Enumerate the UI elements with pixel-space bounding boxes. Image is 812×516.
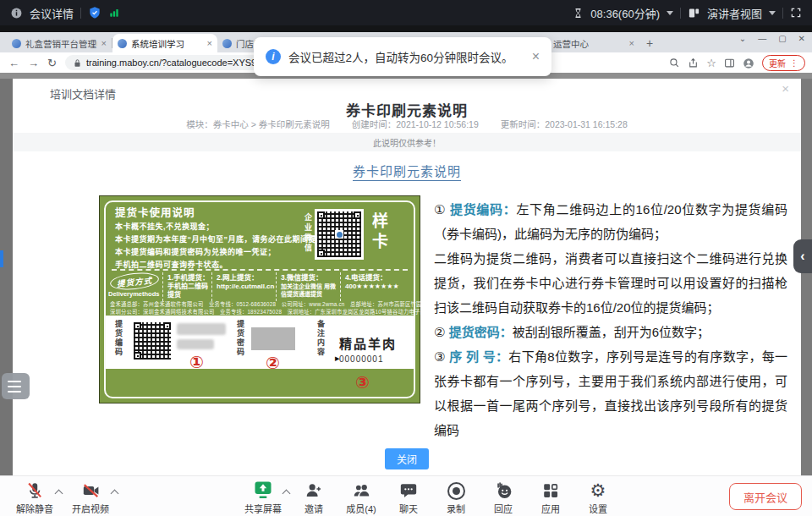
- video-options-caret[interactable]: [111, 490, 119, 498]
- paragraph-password: ② 提货密码：被刮刮银所覆盖，刮开为6位数字；: [434, 320, 787, 344]
- mic-options-caret[interactable]: [55, 490, 63, 498]
- pickup-password-label: 提货密码: [235, 320, 246, 357]
- reaction-button[interactable]: 回应: [480, 480, 527, 515]
- apps-grid-icon: [541, 481, 560, 500]
- view-mode-label[interactable]: 演讲者视图: [707, 5, 762, 21]
- back-icon[interactable]: ←: [8, 57, 19, 69]
- card-delivery-methods: 提货方式 Deliverymethods 1.手机提货：手机拍二维码提货 2.网…: [108, 272, 411, 301]
- browser-tab[interactable]: 礼盒营销平台管理中心×: [7, 34, 112, 52]
- outline-list-button[interactable]: [2, 373, 30, 399]
- modal-close-icon[interactable]: ×: [782, 81, 789, 96]
- doc-close-button[interactable]: 关闭: [385, 448, 429, 469]
- network-signal-icon[interactable]: [108, 7, 120, 19]
- delivery-method: 3.微信提货：加关注企业微信 用微信提货通道提货: [276, 272, 340, 301]
- share-screen-button[interactable]: 共享屏幕: [236, 480, 290, 515]
- training-doc-modal: 培训文档详情 × 券卡印刷元素说明 模块：券卡中心 > 券卡印刷元素说明 创建时…: [13, 79, 801, 475]
- browser-window-strip: [0, 25, 812, 32]
- hourglass-icon: [573, 8, 584, 19]
- mic-off-icon: [25, 481, 44, 500]
- toast-message: 会议已超过2人，自动转为60分钟限时会议。: [288, 48, 513, 65]
- video-panel-collapse-button[interactable]: ‹: [793, 239, 812, 273]
- pickup-code-label: 提货编码: [113, 320, 124, 357]
- members-button[interactable]: 成员(4): [337, 480, 385, 515]
- delivery-method: 2.网上提货：http://e.cutmall.cn: [211, 272, 276, 301]
- tab-close-icon[interactable]: ×: [102, 38, 107, 48]
- invite-button[interactable]: 邀请: [290, 480, 337, 515]
- doc-body-text: ① 提货编码：左下角二维码边上的16位/20位数字为提货编码（券卡编码)，此编码…: [434, 197, 787, 442]
- record-button[interactable]: 录制: [432, 480, 480, 515]
- browser-tab-active[interactable]: 系统培训学习×: [112, 34, 217, 52]
- side-panel-icon[interactable]: [724, 58, 735, 69]
- doc-notice-band: 此说明仅供参考！: [13, 133, 801, 151]
- security-shield-icon[interactable]: [88, 6, 102, 19]
- record-icon: [447, 482, 465, 500]
- doc-meta-module: 模块：券卡中心 > 券卡印刷元素说明: [186, 118, 329, 130]
- share-page-icon[interactable]: [688, 58, 699, 69]
- forward-icon[interactable]: →: [28, 57, 39, 69]
- card-usage-title: 提货卡使用说明: [115, 204, 195, 220]
- chevron-left-icon: ‹: [800, 249, 804, 264]
- doc-meta-updated: 更新时间：2023-01-31 16:15:28: [501, 118, 628, 130]
- view-dropdown-icon[interactable]: [769, 11, 776, 15]
- window-close-icon[interactable]: ✕: [798, 34, 805, 43]
- tab-label: 系统培训学习: [131, 37, 203, 50]
- timer-dropdown-icon[interactable]: [667, 11, 673, 15]
- chat-button[interactable]: 聊天: [385, 480, 432, 515]
- browser-action-icons: ☆ 更新⋮: [669, 55, 805, 71]
- unmute-button[interactable]: 解除静音: [7, 480, 63, 515]
- meeting-top-bar: 会议详情 08:36(60分钟) 演讲者视图: [0, 0, 812, 25]
- card-wechat-label: 企业微信: [303, 213, 314, 254]
- meeting-timer: 08:36(60分钟): [590, 5, 660, 21]
- profile-avatar-icon[interactable]: [743, 58, 754, 69]
- invite-icon: [304, 481, 323, 500]
- mark-2: ②: [266, 354, 280, 371]
- tab-close-icon[interactable]: ×: [207, 38, 212, 48]
- mark-3: ③: [355, 374, 370, 391]
- mark-1: ①: [189, 354, 204, 371]
- apps-button[interactable]: 应用: [527, 480, 574, 515]
- layout-view-icon[interactable]: [688, 7, 700, 19]
- fullscreen-icon[interactable]: [790, 7, 802, 19]
- settings-button[interactable]: ⚙ 设置: [574, 480, 622, 515]
- start-video-button[interactable]: 开启视频: [63, 480, 118, 515]
- right-dimmed-strip: [801, 79, 812, 475]
- doc-section-heading[interactable]: 券卡印刷元素说明: [13, 162, 801, 179]
- meeting-toolbar: 解除静音 开启视频 共享屏幕 邀请 成员(4): [0, 475, 812, 516]
- paragraph-qr-note: 二维码为提货二维码，消费者可以直接扫这个二维码进行兑换提货，我们在券卡中心进行券…: [434, 246, 787, 320]
- new-tab-button[interactable]: +: [646, 36, 653, 50]
- window-restore-icon[interactable]: ▢: [778, 34, 786, 43]
- bookmark-star-icon[interactable]: ☆: [706, 57, 716, 69]
- meeting-details-label[interactable]: 会议详情: [30, 5, 74, 21]
- toast-close-icon[interactable]: ×: [532, 49, 540, 64]
- leave-meeting-button[interactable]: 离开会议: [729, 483, 802, 510]
- camera-off-icon: [81, 481, 101, 500]
- browser-update-button[interactable]: 更新⋮: [762, 55, 805, 71]
- reload-icon[interactable]: ↻: [47, 57, 57, 69]
- zoom-icon[interactable]: [669, 58, 680, 69]
- tab-close-icon[interactable]: ×: [629, 38, 634, 48]
- paragraph-serial: ③ 序 列 号：右下角8位数字，序列号是连号的有序数字，每一张券卡都有一个序列号…: [434, 344, 787, 442]
- delivery-method: 1.手机提货：手机拍二维码提货: [162, 272, 211, 301]
- remark-label: 备注内容: [315, 320, 326, 357]
- card-usage-line: 本卡概不挂失,不兑换现金；: [115, 221, 214, 232]
- window-minimize-icon[interactable]: —: [758, 34, 766, 43]
- info-icon[interactable]: [10, 7, 23, 19]
- wechat-qr-code: [315, 209, 364, 260]
- card-usage-line: 本卡提货编码和提货密码为兑换的唯一凭证；: [115, 246, 276, 257]
- sidebar-active-indicator: [0, 250, 3, 267]
- meeting-toast: i 会议已超过2人，自动转为60分钟限时会议。 ×: [254, 37, 551, 76]
- share-options-caret[interactable]: [283, 490, 291, 498]
- browser-menu-chevron-icon[interactable]: ⌄: [739, 34, 746, 43]
- screen: 会议详情 08:36(60分钟) 演讲者视图 礼盒营销平台管理中心× 系统培训学…: [0, 0, 812, 516]
- share-screen-icon: [253, 480, 273, 500]
- card-code-strip: 提货编码 提货密码 备注内容 精品羊肉 ▸ 00000001: [106, 316, 414, 369]
- sidebar-dimmed: [0, 79, 13, 475]
- info-toast-icon: i: [266, 49, 281, 64]
- pickup-qr-code: [132, 321, 173, 361]
- divider: [782, 8, 783, 19]
- serial-number: 00000001: [339, 354, 384, 364]
- site-favicon: [118, 39, 127, 48]
- members-icon: [352, 481, 371, 500]
- scratch-panel: [251, 327, 295, 350]
- reaction-icon: [494, 480, 513, 500]
